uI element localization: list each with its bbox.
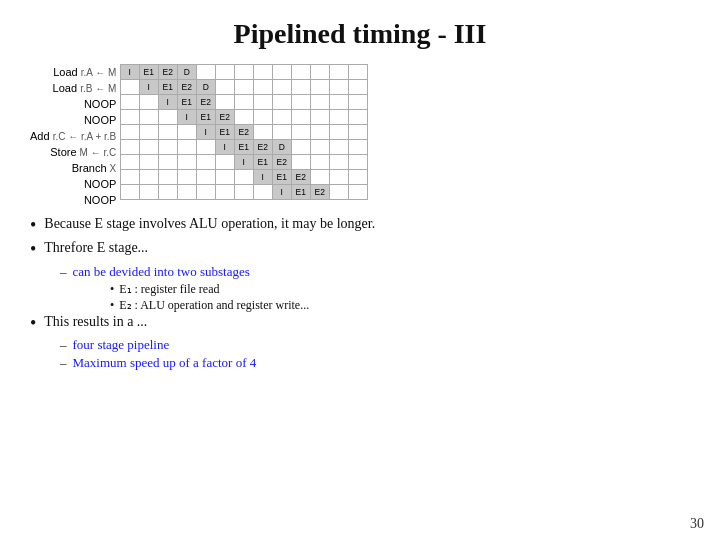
grid-cell: I [158, 94, 178, 110]
grid-row: IE1E2D [120, 64, 367, 79]
grid-row: IE1E2 [120, 94, 367, 109]
grid-cell [310, 109, 330, 125]
bullet-dot: • [30, 216, 36, 236]
grid-cell [139, 109, 159, 125]
sub-bullet: –can be devided into two substages•E₁ : … [60, 264, 690, 313]
instr-label: Store M ← r.C [30, 144, 120, 160]
grid-cell [234, 79, 254, 95]
grid-cell [348, 124, 368, 140]
bullet-text: Because E stage involves ALU operation, … [44, 216, 375, 232]
bullet-dot: • [30, 240, 36, 260]
grid-cell [196, 139, 216, 155]
instr-label: NOOP [30, 192, 120, 208]
grid-cell [234, 109, 254, 125]
grid-cell [348, 154, 368, 170]
grid-cell: E1 [234, 139, 254, 155]
sub-sub-text: E₂ : ALU operation and register write... [119, 298, 309, 313]
grid-cell [310, 79, 330, 95]
sub-sub-bullet: •E₂ : ALU operation and register write..… [110, 298, 690, 313]
grid-cell: D [272, 139, 292, 155]
grid-cell [348, 79, 368, 95]
bullet-text: This results in a ... [44, 314, 147, 330]
grid-cell [272, 109, 292, 125]
bullet-main: •Because E stage involves ALU operation,… [30, 216, 690, 236]
grid-cell [215, 79, 235, 95]
grid-cell [215, 184, 235, 200]
grid-cell [120, 154, 140, 170]
grid-cell: I [139, 79, 159, 95]
grid-cell: I [120, 64, 140, 80]
grid-cell [329, 169, 349, 185]
grid-cell [139, 184, 159, 200]
grid-row: IE1E2 [120, 154, 367, 169]
grid-cell [348, 94, 368, 110]
grid-cell [120, 139, 140, 155]
grid-cell [234, 184, 254, 200]
grid-cell [139, 139, 159, 155]
sub-bullet-dash: –can be devided into two substages [60, 264, 690, 280]
grid-cell [310, 124, 330, 140]
sub-bullet: –Maximum speed up of a factor of 4 [60, 355, 690, 371]
sub-sub-dot: • [110, 282, 114, 297]
grid-cell [348, 139, 368, 155]
grid-cell: E2 [291, 169, 311, 185]
sub-bullet: –four stage pipeline [60, 337, 690, 353]
grid-cell [329, 94, 349, 110]
grid-cell [234, 169, 254, 185]
grid-cell: I [196, 124, 216, 140]
grid-cell [291, 109, 311, 125]
grid-cell [158, 124, 178, 140]
grid-cell [196, 64, 216, 80]
grid-cell [291, 124, 311, 140]
sub-bullet-text: Maximum speed up of a factor of 4 [73, 355, 257, 371]
grid-cell: I [272, 184, 292, 200]
instr-label: NOOP [30, 176, 120, 192]
grid-cell [158, 139, 178, 155]
grid-cell: E2 [196, 94, 216, 110]
grid-cell [158, 154, 178, 170]
sub-bullet-text: can be devided into two substages [73, 264, 250, 280]
grid-cell [139, 94, 159, 110]
grid-cell [196, 184, 216, 200]
grid-cell [234, 94, 254, 110]
bullet-dot: • [30, 314, 36, 334]
grid-cell [177, 124, 197, 140]
grid-cell [329, 124, 349, 140]
grid-cell [348, 169, 368, 185]
grid-cell [329, 109, 349, 125]
grid-cell [310, 154, 330, 170]
sub-bullet-text: four stage pipeline [73, 337, 170, 353]
grid-row: IE1E2 [120, 169, 367, 184]
grid-row: IE1E2D [120, 79, 367, 94]
sub-bullet-dash: –Maximum speed up of a factor of 4 [60, 355, 690, 371]
instr-label: Branch X [30, 160, 120, 176]
grid-cell [177, 184, 197, 200]
grid-cell: I [215, 139, 235, 155]
grid-cell [158, 184, 178, 200]
grid-cell [329, 79, 349, 95]
sub-sub-dot: • [110, 298, 114, 313]
grid-cell [120, 109, 140, 125]
grid-cell [291, 94, 311, 110]
grid-cell: E2 [234, 124, 254, 140]
grid-cell [196, 169, 216, 185]
sub-sub-text: E₁ : register file read [119, 282, 219, 297]
grid-cell: I [177, 109, 197, 125]
grid-cell [177, 139, 197, 155]
grid-cell [310, 139, 330, 155]
grid-cell [272, 124, 292, 140]
grid-cell [272, 79, 292, 95]
grid-cell [139, 169, 159, 185]
grid-cell [158, 109, 178, 125]
grid-cell [329, 154, 349, 170]
grid-cell [291, 154, 311, 170]
bullet-main: •This results in a ... [30, 314, 690, 334]
dash-icon: – [60, 264, 67, 280]
grid-cell [253, 94, 273, 110]
grid-cell [215, 169, 235, 185]
grid-cell [253, 64, 273, 80]
grid-cell [348, 64, 368, 80]
grid-row: IE1E2 [120, 184, 367, 199]
grid-row: IE1E2D [120, 139, 367, 154]
grid-cell [139, 154, 159, 170]
